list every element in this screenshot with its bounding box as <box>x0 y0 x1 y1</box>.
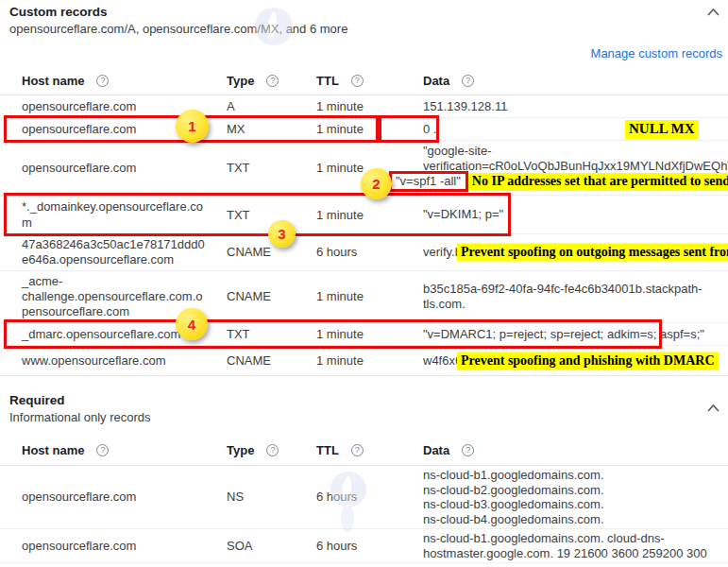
row-www-cname-record: www.opensourceflare.com CNAME 1 minute w… <box>0 346 728 376</box>
dns-records-page: Custom records opensourceflare.com/A, op… <box>0 0 728 567</box>
column-header-data: Data ? <box>420 442 728 458</box>
column-header-data: Data ? <box>420 73 728 89</box>
section-subtitle: Informational only records <box>9 409 719 425</box>
column-header-ttl: TTL ? <box>313 73 420 89</box>
help-icon[interactable]: ? <box>266 444 279 456</box>
row-verify-cname-record: 47a368246a3c50ac1e78171ddd0e646a.opensou… <box>0 234 728 271</box>
row-acme-challenge-record: _acme-challenge.opensourceflare.com.open… <box>0 271 728 323</box>
row-a-record: opensourceflare.com A 1 minute 151.139.1… <box>0 95 728 118</box>
annotation-box-spf: "v=spf1 -all" <box>389 171 468 192</box>
required-records-header: Required Informational only records <box>0 388 728 425</box>
manage-link-row: Manage custom records <box>0 46 728 62</box>
row-ns-record: opensourceflare.com NS 6 hours ns-cloud-… <box>0 466 728 529</box>
label-prevent-spoofing-outgoing: Prevent spoofing on outgoing messages se… <box>457 244 728 262</box>
help-icon[interactable]: ? <box>351 75 364 87</box>
section-title: Required <box>9 392 719 409</box>
column-header-ttl: TTL ? <box>313 442 420 458</box>
help-icon[interactable]: ? <box>96 444 109 456</box>
spf-annotation-line: "v=spf1 -all" No IP addresses set that a… <box>389 171 728 192</box>
manage-custom-records-link[interactable]: Manage custom records <box>591 46 722 60</box>
section-subtitle: opensourceflare.com/A, opensourceflare.c… <box>9 21 719 37</box>
annotation-marker-1: 1 <box>176 110 209 143</box>
section-custom-records: Custom records opensourceflare.com/A, op… <box>0 0 728 376</box>
row-soa-record: opensourceflare.com SOA 6 hours ns-cloud… <box>0 529 728 563</box>
help-icon[interactable]: ? <box>266 75 279 87</box>
custom-table-header: Host name ? Type ? TTL ? Data ? <box>0 66 728 95</box>
collapse-required-records-button[interactable] <box>705 402 720 415</box>
row-mx-record: opensourceflare.com MX 1 minute 0 . 1 NU… <box>0 118 728 141</box>
section-required-records: Required Informational only records Host… <box>0 388 728 567</box>
column-header-type: Type ? <box>224 73 313 89</box>
column-header-hostname: Host name ? <box>0 442 224 458</box>
column-header-hostname: Host name ? <box>0 73 224 89</box>
section-title: Custom records <box>9 4 719 21</box>
annotation-marker-3: 3 <box>268 220 296 248</box>
required-table-header: Host name ? Type ? TTL ? Data ? <box>0 435 728 466</box>
row-txt-spf-record: opensourceflare.com TXT 1 minute "google… <box>0 141 728 196</box>
help-icon[interactable]: ? <box>462 444 474 456</box>
label-no-ip-spf: No IP addresses set that are permitted t… <box>468 173 728 191</box>
row-domainconnect-record: _domainconnect.opensourceflare.com CNAME… <box>0 563 728 567</box>
annotation-marker-4: 4 <box>176 308 208 340</box>
annotation-marker-2: 2 <box>361 168 392 199</box>
help-icon[interactable]: ? <box>96 75 109 87</box>
chevron-up-icon <box>707 9 720 16</box>
label-prevent-spoofing-dmarc: Prevent spoofing and phishing with DMARC <box>457 352 719 369</box>
row-dkim-record: *._domainkey.opensourceflare.com TXT 1 m… <box>0 196 728 234</box>
collapse-custom-records-button[interactable] <box>705 6 720 19</box>
custom-records-header: Custom records opensourceflare.com/A, op… <box>0 0 728 37</box>
column-header-type: Type ? <box>224 442 313 458</box>
help-icon[interactable]: ? <box>351 444 364 456</box>
help-icon[interactable]: ? <box>462 75 474 87</box>
label-null-mx: NULL MX <box>625 120 699 139</box>
chevron-up-icon <box>707 404 720 412</box>
row-dmarc-record: _dmarc.opensourceflare.com TXT 1 minute … <box>0 323 728 346</box>
